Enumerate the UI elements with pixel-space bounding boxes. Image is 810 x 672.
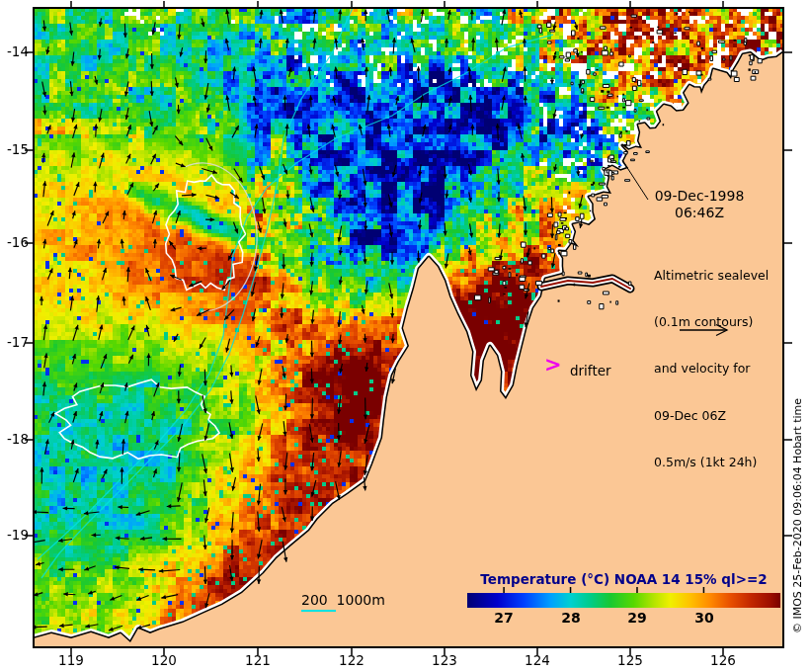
altimetric-note-line: Altimetric sealevel xyxy=(654,268,769,284)
x-axis-tick-label: 120 xyxy=(144,652,184,668)
x-axis-tick-label: 125 xyxy=(610,652,650,668)
x-axis-tick-label: 123 xyxy=(425,652,464,668)
drifter-marker-icon: > xyxy=(544,355,562,376)
altimetric-note-line: 09-Dec 06Z xyxy=(654,408,769,424)
sst-map-page: 09-Dec-199806:46Z Altimetric sealevel (0… xyxy=(0,0,810,672)
drifter-label: drifter xyxy=(570,363,611,378)
velocity-scale-arrow-icon xyxy=(658,302,731,360)
y-axis-tick-label: -19 xyxy=(0,527,29,543)
y-axis-tick-label: -18 xyxy=(0,431,29,447)
altimetric-note-line: 0.5m/s (1kt 24h) xyxy=(654,455,769,470)
y-axis-tick-label: -14 xyxy=(0,43,29,59)
depth-contour-label: 200 1000m xyxy=(301,592,385,608)
x-axis-tick-label: 121 xyxy=(238,652,278,668)
y-axis-tick-label: -17 xyxy=(0,334,29,350)
altimetric-note: Altimetric sealevel (0.1m contours) and … xyxy=(654,236,769,502)
colorbar-tick-label: 27 xyxy=(484,610,524,626)
x-axis-tick-label: 126 xyxy=(703,652,743,668)
date-label: 09-Dec-1998 xyxy=(648,188,751,205)
y-axis-tick-label: -15 xyxy=(0,141,29,157)
x-axis-tick-label: 119 xyxy=(51,652,91,668)
x-axis-tick-label: 122 xyxy=(332,652,371,668)
copyright-vertical-label: © IMOS 25-Feb-2020 09:06:04 Hobart time xyxy=(791,381,807,650)
colorbar-tick-label: 30 xyxy=(685,610,724,626)
x-axis-tick-label: 124 xyxy=(518,652,557,668)
y-axis-tick-label: -16 xyxy=(0,234,29,250)
datetime-annotation: 09-Dec-199806:46Z xyxy=(648,188,751,221)
colorbar-tick-label: 28 xyxy=(551,610,591,626)
altimetric-note-line: and velocity for xyxy=(654,361,769,377)
depth-contour-underline xyxy=(301,610,336,612)
time-label: 06:46Z xyxy=(648,205,751,221)
colorbar-tick-label: 29 xyxy=(617,610,657,626)
colorbar-title: Temperature (°C) NOAA 14 15% ql>=2 xyxy=(467,571,780,587)
colorbar-gradient xyxy=(467,593,780,608)
